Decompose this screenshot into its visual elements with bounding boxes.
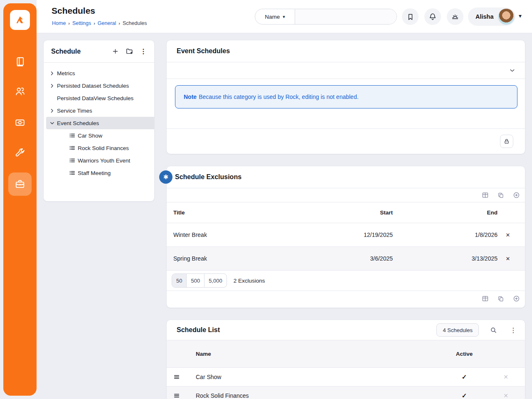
user-name: Alisha — [475, 13, 494, 20]
top-header: Schedules Home › Settings › General › Sc… — [37, 0, 532, 33]
rock-logo[interactable] — [10, 10, 30, 30]
kebab-menu-icon[interactable]: ⋮ — [510, 326, 517, 334]
tree-item-label: Event Schedules — [57, 120, 99, 126]
schedule-list-title: Schedule List — [177, 326, 436, 334]
caret-down-icon: ▾ — [283, 14, 285, 20]
user-menu-caret[interactable]: ▾ — [519, 12, 522, 19]
tree-item-metrics[interactable]: Metrics — [44, 67, 154, 79]
wrench-icon — [15, 148, 25, 158]
schedule-name: Car Show — [192, 374, 435, 380]
pagination-bar: 50 500 5,000 2 Exclusions — [167, 271, 525, 291]
breadcrumb-separator: › — [94, 21, 95, 26]
exclusion-end: 1/8/2026 — [393, 232, 498, 238]
drag-handle-icon[interactable] — [173, 393, 180, 399]
marker-asterisk-badge[interactable]: ✱ — [159, 170, 172, 184]
exclusion-row[interactable]: Winter Break 12/19/2025 1/8/2026 ✕ — [167, 223, 525, 247]
notifications-button[interactable] — [424, 8, 441, 25]
tree-item-staff-meeting[interactable]: Staff Meeting — [44, 167, 154, 179]
breadcrumb-separator: › — [68, 21, 70, 26]
sidebar-item-people[interactable] — [8, 80, 32, 103]
tree-item-persisted-dataset-schedules[interactable]: Persisted Dataset Schedules — [44, 79, 154, 92]
tree-item-label: Persisted Dataset Schedules — [57, 83, 129, 89]
page-size-500[interactable]: 500 — [187, 274, 204, 287]
tree-item-service-times[interactable]: Service Times — [44, 104, 154, 117]
breadcrumb-current: Schedules — [123, 20, 147, 26]
schedule-tree: Metrics Persisted Dataset Schedules Pers… — [44, 63, 154, 179]
delete-row-button[interactable]: ✕ — [503, 374, 508, 380]
kebab-menu-icon[interactable]: ⋮ — [140, 48, 147, 55]
search-field-select[interactable]: Name ▾ — [255, 9, 295, 24]
sidebar-item-tools[interactable] — [8, 141, 32, 165]
tree-item-persisted-dataview-schedules[interactable]: Persisted DataView Schedules — [44, 92, 154, 104]
drag-handle-icon[interactable] — [173, 374, 180, 380]
app-sidebar — [3, 3, 37, 396]
schedule-row[interactable]: Car Show ✓ ✕ — [167, 368, 525, 387]
lock-icon — [503, 138, 510, 145]
user-menu[interactable]: Alisha — [468, 7, 515, 26]
exclusion-start: 3/6/2025 — [297, 255, 393, 262]
exclusion-title: Winter Break — [173, 232, 297, 238]
delete-row-button[interactable]: ✕ — [506, 232, 510, 238]
bookmarks-button[interactable] — [402, 8, 419, 25]
money-icon — [15, 117, 25, 128]
chevron-right-icon — [49, 83, 55, 89]
breadcrumb-general[interactable]: General — [98, 20, 116, 26]
sidebar-item-journal[interactable] — [8, 50, 32, 73]
sunrise-icon — [451, 12, 459, 21]
schedule-exclusions-panel: ✱ Schedule Exclusions Title Start End Wi… — [166, 166, 525, 308]
search-button[interactable] — [490, 326, 498, 334]
list-icon — [69, 170, 75, 176]
exclusions-count: 2 Exclusions — [234, 278, 265, 284]
security-button[interactable] — [500, 135, 513, 148]
sidebar-item-work[interactable] — [8, 172, 32, 196]
delete-row-button[interactable]: ✕ — [506, 256, 510, 262]
page-size-5000[interactable]: 5,000 — [204, 274, 227, 287]
add-circle-icon[interactable] — [513, 192, 520, 199]
global-search: Name ▾ — [255, 9, 397, 25]
theme-toggle-button[interactable] — [447, 8, 463, 25]
tree-panel-title: Schedule — [51, 48, 112, 55]
briefcase-icon — [15, 179, 25, 190]
info-alert: Note Because this category is used by Ro… — [175, 85, 517, 108]
tree-item-rock-solid-finances[interactable]: Rock Solid Finances — [44, 142, 154, 154]
grid-view-icon[interactable] — [482, 295, 489, 302]
exclusion-start: 12/19/2025 — [297, 232, 393, 238]
search-input[interactable] — [295, 9, 397, 24]
copy-icon[interactable] — [498, 296, 504, 302]
tree-item-event-schedules[interactable]: Event Schedules — [46, 117, 154, 129]
grid-view-icon[interactable] — [482, 192, 489, 199]
schedule-name: Rock Solid Finances — [192, 392, 435, 399]
schedules-count-badge[interactable]: 4 Schedules — [436, 323, 479, 337]
tree-item-car-show[interactable]: Car Show — [44, 129, 154, 142]
people-icon — [15, 86, 25, 97]
delete-row-button[interactable]: ✕ — [503, 392, 508, 399]
list-icon — [69, 133, 75, 138]
schedule-row[interactable]: Rock Solid Finances ✓ ✕ — [167, 387, 525, 399]
exclusion-end: 3/13/2025 — [393, 255, 498, 262]
column-active: Active — [435, 351, 493, 357]
tree-item-label: Metrics — [57, 70, 75, 76]
tree-item-label: Staff Meeting — [78, 170, 111, 176]
bell-icon — [429, 12, 437, 21]
bookmark-icon — [406, 13, 414, 21]
tree-item-warriors-youth-event[interactable]: Warriors Youth Event — [44, 154, 154, 167]
add-icon[interactable] — [112, 48, 119, 55]
tree-item-label: Warriors Youth Event — [78, 158, 130, 164]
breadcrumb-settings[interactable]: Settings — [72, 20, 91, 26]
page-size-50[interactable]: 50 — [172, 274, 187, 287]
copy-icon[interactable] — [498, 192, 504, 199]
collapse-chevron-icon[interactable] — [509, 67, 516, 74]
add-folder-icon[interactable] — [126, 47, 133, 55]
page-size-selector: 50 500 5,000 — [172, 273, 227, 288]
avatar — [498, 8, 515, 25]
schedule-list-header: Name Active — [167, 340, 525, 368]
add-circle-icon[interactable] — [513, 295, 520, 302]
exclusion-row[interactable]: Spring Break 3/6/2025 3/13/2025 ✕ — [167, 247, 525, 271]
rock-logo-icon — [13, 13, 27, 27]
sidebar-item-finance[interactable] — [8, 111, 32, 134]
column-title: Title — [173, 209, 297, 216]
chevron-right-icon — [49, 71, 55, 76]
breadcrumb-home[interactable]: Home — [52, 20, 66, 26]
check-icon: ✓ — [462, 373, 467, 380]
tree-item-label: Service Times — [57, 108, 92, 114]
